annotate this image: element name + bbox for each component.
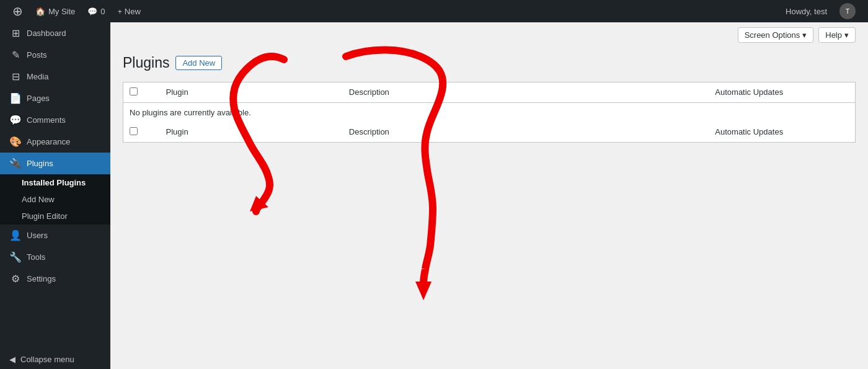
adminbar-mysite[interactable]: 🏠 My Site xyxy=(29,0,81,22)
footer-checkbox-col xyxy=(123,122,160,143)
empty-message-text: No plugins are currently available. xyxy=(130,108,251,117)
sidebar-item-settings[interactable]: ⚙ Settings xyxy=(0,268,110,290)
sidebar-item-appearance[interactable]: 🎨 Appearance xyxy=(0,131,110,153)
page-title: Plugins xyxy=(123,54,169,73)
empty-message-row: No plugins are currently available. xyxy=(123,102,856,122)
sidebar-item-dashboard[interactable]: ⊞ Dashboard xyxy=(0,22,110,44)
help-button[interactable]: Help ▾ xyxy=(818,27,856,43)
plugins-icon: 🔌 xyxy=(9,158,22,169)
pages-icon: 📄 xyxy=(9,92,22,104)
layout: ⊞ Dashboard ✎ Posts ⊟ Media 📄 Pages 💬 Co… xyxy=(0,22,868,369)
sidebar-item-appearance-label: Appearance xyxy=(27,137,70,146)
sidebar-item-pages-label: Pages xyxy=(27,94,50,103)
adminbar-avatar[interactable]: T xyxy=(833,0,862,22)
description-col-header: Description xyxy=(349,87,389,97)
sidebar-item-pages[interactable]: 📄 Pages xyxy=(0,87,110,109)
collapse-menu-label: Collapse menu xyxy=(20,355,74,364)
header-checkbox-col xyxy=(123,82,160,102)
topbar: Screen Options ▾ Help ▾ xyxy=(110,22,868,48)
header-updates-col: Automatic Updates xyxy=(709,82,855,102)
adminbar-new[interactable]: + New xyxy=(112,0,147,22)
select-all-checkbox[interactable] xyxy=(130,87,138,96)
header-plugin-col: Plugin xyxy=(160,82,343,102)
adminbar-comments[interactable]: 💬 0 xyxy=(81,0,111,22)
footer-description-col: Description xyxy=(343,122,709,143)
screen-options-label: Screen Options xyxy=(745,30,800,40)
screen-options-chevron-icon: ▾ xyxy=(802,30,807,40)
sidebar: ⊞ Dashboard ✎ Posts ⊟ Media 📄 Pages 💬 Co… xyxy=(0,22,110,369)
media-icon: ⊟ xyxy=(9,71,22,82)
sidebar-item-dashboard-label: Dashboard xyxy=(27,29,66,38)
table-header-row: Plugin Description Automatic Updates xyxy=(123,82,856,102)
installed-plugins-label: Installed Plugins xyxy=(22,178,86,187)
appearance-icon: 🎨 xyxy=(9,136,22,148)
select-all-footer-checkbox[interactable] xyxy=(130,127,138,135)
collapse-icon: ◀ xyxy=(9,355,16,364)
description-col-footer: Description xyxy=(349,127,389,136)
comments-icon: 💬 xyxy=(9,114,22,126)
sidebar-item-comments[interactable]: 💬 Comments xyxy=(0,109,110,131)
submenu-add-new[interactable]: Add New xyxy=(0,191,110,208)
new-label: + New xyxy=(118,7,141,16)
page-title-area: Plugins Add New xyxy=(123,54,856,73)
footer-plugin-col: Plugin xyxy=(160,122,343,143)
empty-message-cell: No plugins are currently available. xyxy=(123,102,856,122)
adminbar-right: Howdy, test T xyxy=(779,0,862,22)
comment-icon: 💬 xyxy=(87,7,97,16)
plugins-table: Plugin Description Automatic Updates No xyxy=(123,82,856,143)
plugins-submenu: Installed Plugins Add New Plugin Editor xyxy=(0,174,110,225)
tools-icon: 🔧 xyxy=(9,251,22,263)
posts-icon: ✎ xyxy=(9,49,22,61)
sidebar-item-posts-label: Posts xyxy=(27,50,47,60)
collapse-menu-button[interactable]: ◀ Collapse menu xyxy=(0,350,110,369)
mysite-label: My Site xyxy=(48,7,75,16)
users-icon: 👤 xyxy=(9,229,22,241)
wp-icon: ⊕ xyxy=(12,4,23,19)
updates-col-footer: Automatic Updates xyxy=(715,127,783,136)
admin-bar: ⊕ 🏠 My Site 💬 0 + New Howdy, test T xyxy=(0,0,868,22)
sidebar-item-settings-label: Settings xyxy=(27,274,56,283)
header-description-col: Description xyxy=(343,82,709,102)
adminbar-wp-logo[interactable]: ⊕ xyxy=(6,0,29,22)
plugin-col-footer: Plugin xyxy=(166,127,188,136)
sidebar-item-tools-label: Tools xyxy=(27,252,45,262)
submenu-plugin-editor[interactable]: Plugin Editor xyxy=(0,208,110,225)
plugin-editor-label: Plugin Editor xyxy=(22,211,68,221)
sidebar-item-tools[interactable]: 🔧 Tools xyxy=(0,246,110,268)
footer-updates-col: Automatic Updates xyxy=(709,122,855,143)
sidebar-item-comments-label: Comments xyxy=(27,115,66,125)
main-content: Screen Options ▾ Help ▾ Plugins Add New xyxy=(110,22,868,369)
sidebar-item-plugins[interactable]: 🔌 Plugins xyxy=(0,153,110,174)
sidebar-item-users-label: Users xyxy=(27,231,48,240)
sidebar-item-plugins-label: Plugins xyxy=(27,159,53,168)
user-avatar: T xyxy=(839,3,856,19)
content-area: Plugins Add New Plugin Description xyxy=(110,48,868,369)
howdy-label: Howdy, test xyxy=(779,7,833,16)
settings-icon: ⚙ xyxy=(9,273,22,285)
add-new-label: Add New xyxy=(22,195,55,204)
plugin-col-header: Plugin xyxy=(166,87,188,97)
dashboard-icon: ⊞ xyxy=(9,27,22,39)
sidebar-item-media[interactable]: ⊟ Media xyxy=(0,66,110,87)
help-chevron-icon: ▾ xyxy=(844,30,849,40)
submenu-installed-plugins[interactable]: Installed Plugins xyxy=(0,174,110,191)
help-label: Help xyxy=(825,30,842,40)
table-footer-row: Plugin Description Automatic Updates xyxy=(123,122,856,143)
sidebar-item-posts[interactable]: ✎ Posts xyxy=(0,44,110,66)
home-icon: 🏠 xyxy=(35,7,45,16)
add-new-button[interactable]: Add New xyxy=(175,56,222,70)
screen-options-button[interactable]: Screen Options ▾ xyxy=(738,27,814,43)
sidebar-item-media-label: Media xyxy=(27,72,48,81)
comments-count: 0 xyxy=(100,7,105,16)
updates-col-header: Automatic Updates xyxy=(715,87,783,97)
sidebar-item-users[interactable]: 👤 Users xyxy=(0,225,110,246)
